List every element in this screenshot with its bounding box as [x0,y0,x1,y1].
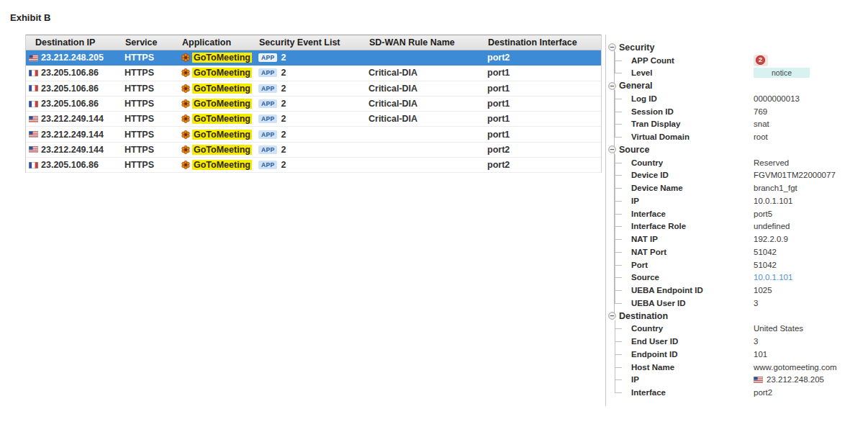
application-cell: GoToMeeting [181,114,258,124]
field-row: Device Namebranch1_fgt [625,181,866,194]
field-value: snat [754,120,769,128]
table-row[interactable]: 23.212.248.205HTTPSGoToMeetingAPP2port2 [26,50,601,66]
service-value: HTTPS [125,145,154,155]
destination-ip-cell: 23.205.106.86 [26,99,125,109]
section-fields: Log ID0000000013Session ID769Tran Displa… [625,92,866,143]
field-row: Source10.0.1.101 [625,271,866,284]
field-label: Session ID [631,107,674,116]
field-value: port5 [754,210,772,218]
table-row[interactable]: 23.212.249.144HTTPSGoToMeetingAPP2port1 [26,127,601,142]
destination-interface-value: port1 [487,99,510,109]
section-label: Destination [619,311,668,321]
sdwan-rule-value: Critical-DIA [369,114,417,124]
app-event-count: 2 [281,114,286,124]
tree-section-destination[interactable]: Destination [608,310,866,323]
destination-ip-value: 23.212.248.205 [41,53,104,63]
destination-interface-cell: port1 [487,130,601,140]
field-value: 0000000013 [754,94,800,103]
collapse-icon[interactable] [608,43,616,51]
field-value: 51042 [754,248,777,256]
field-value: notice [754,68,810,78]
destination-ip-value: 23.205.106.86 [41,68,99,78]
column-header-security-event-list[interactable]: Security Event List [258,37,369,48]
tree-section-source[interactable]: Source [608,143,866,156]
field-row: Levelnotice [625,67,866,80]
field-value: 3 [754,299,758,307]
source-ip-link[interactable]: 10.0.1.101 [754,273,792,282]
column-header-service[interactable]: Service [125,37,181,48]
field-row: APP Count2 [625,54,866,67]
level-badge: notice [754,68,810,78]
column-header-application[interactable]: Application [181,37,258,48]
destination-interface-cell: port2 [487,145,601,155]
security-event-cell: APP2 [258,53,369,63]
table-body: 23.212.248.205HTTPSGoToMeetingAPP2port22… [26,50,601,173]
sdwan-rule-cell: Critical-DIA [369,68,487,78]
table-row[interactable]: 23.205.106.86HTTPSGoToMeetingAPP2port2 [26,158,601,173]
app-event-badge: APP [258,84,277,93]
application-name: GoToMeeting [192,68,252,78]
field-row: Virtual Domainroot [625,130,866,143]
destination-interface-value: port1 [487,84,510,94]
collapse-icon[interactable] [608,312,616,320]
destination-ip-value: 23.212.248.205 [767,375,824,384]
field-value: United States [754,324,803,333]
field-row: Endpoint ID101 [625,348,866,361]
app-event-badge: APP [258,114,277,123]
field-row: Tran Displaysnat [625,118,866,131]
field-label: Source [631,273,659,282]
destination-interface-cell: port1 [487,99,601,109]
service-cell: HTTPS [125,114,181,124]
field-label: NAT IP [631,235,658,243]
service-cell: HTTPS [125,160,181,170]
table-row[interactable]: 23.212.249.144HTTPSGoToMeetingAPP2Critic… [26,112,601,127]
field-row: IP23.212.248.205 [625,374,866,387]
field-value: 101 [754,350,767,359]
field-value: 3 [754,337,758,346]
collapse-icon[interactable] [608,82,616,90]
field-label: Country [631,158,663,167]
daisy-icon [181,53,190,62]
app-event-count: 2 [281,84,286,94]
table-row[interactable]: 23.205.106.86HTTPSGoToMeetingAPP2Critica… [26,66,601,81]
app-event-badge: APP [258,161,277,169]
field-label: Country [631,324,663,333]
service-value: HTTPS [125,53,154,63]
section-fields: APP Count2Levelnotice [625,54,866,80]
column-header-destination-ip[interactable]: Destination IP [26,37,125,48]
security-event-cell: APP2 [258,114,369,124]
flag-us-icon [29,116,38,122]
table-row[interactable]: 23.212.249.144HTTPSGoToMeetingAPP2port2 [26,143,601,158]
column-header-destination-interface[interactable]: Destination Interface [487,37,601,48]
application-cell: GoToMeeting [181,99,258,109]
table-row[interactable]: 23.205.106.86HTTPSGoToMeetingAPP2Critica… [26,81,601,96]
app-event-badge: APP [258,68,277,77]
destination-interface-value: port2 [487,53,510,63]
table-row[interactable]: 23.205.106.86HTTPSGoToMeetingAPP2Critica… [26,96,601,112]
service-cell: HTTPS [125,145,181,155]
service-value: HTTPS [125,99,154,109]
field-value: Reserved [754,158,789,167]
destination-ip-value: 23.205.106.86 [41,99,99,109]
sdwan-rule-value: Critical-DIA [369,84,417,94]
security-event-cell: APP2 [258,145,369,155]
destination-ip-value: 23.212.249.144 [41,114,104,124]
tree-section-general[interactable]: General [608,79,866,92]
tree-section-security[interactable]: Security [608,41,866,54]
daisy-icon [181,99,190,108]
app-event-count: 2 [281,160,286,170]
field-row: UEBA Endpoint ID1025 [625,284,866,297]
application-name: GoToMeeting [192,53,252,63]
column-header-sdwan-rule-name[interactable]: SD-WAN Rule Name [369,37,487,48]
security-event-cell: APP2 [258,160,369,170]
log-table: Destination IP Service Application Secur… [25,35,602,173]
flag-fr-icon [29,101,38,107]
table-header: Destination IP Service Application Secur… [26,35,601,50]
collapse-icon[interactable] [608,145,616,153]
app-event-count: 2 [281,68,286,78]
sdwan-rule-cell: Critical-DIA [369,114,487,124]
field-value: 192.2.0.9 [754,235,788,243]
destination-interface-cell: port1 [487,68,601,78]
flag-us-icon [29,131,38,138]
field-row: Port51042 [625,259,866,271]
